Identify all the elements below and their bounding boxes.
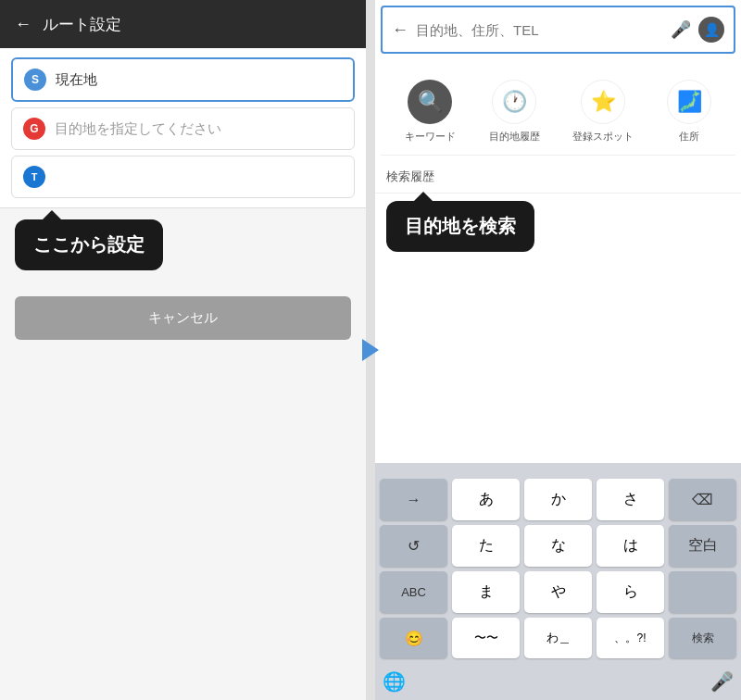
key-ha[interactable]: は [597, 525, 664, 567]
key-sa[interactable]: さ [597, 479, 664, 520]
left-tooltip-wrap: ここから設定 [0, 212, 366, 278]
arrow-right-icon [362, 339, 379, 361]
keyboard-bottom-row: 🌐 🎤 [375, 663, 741, 700]
address-label: 住所 [679, 130, 699, 144]
category-keyword[interactable]: 🔍 キーワード [405, 80, 456, 144]
time-input-row[interactable]: T [11, 156, 355, 198]
key-punct[interactable]: 、。?! [597, 618, 664, 658]
time-icon: T [23, 166, 45, 188]
bottom-mic-icon[interactable]: 🎤 [710, 670, 734, 693]
key-ya[interactable]: や [524, 571, 592, 613]
history-label: 目的地履歴 [489, 130, 540, 144]
keyboard-top-bar [375, 463, 741, 474]
right-panel: ← 🎤 👤 🔍 キーワード 🕐 目的地履歴 [375, 0, 741, 700]
address-icon: 🗾 [667, 80, 711, 124]
start-input-row[interactable]: S 現在地 [11, 57, 355, 102]
mic-icon[interactable]: 🎤 [671, 19, 691, 40]
flow-arrow [357, 339, 384, 361]
search-header[interactable]: ← 🎤 👤 [381, 6, 735, 54]
goal-input-row[interactable]: G 目的地を指定してください [11, 107, 355, 150]
keyboard-row-1: → あ か さ ⌫ [375, 474, 741, 520]
history-icon: 🕐 [492, 80, 536, 124]
keyboard-row-3: ABC ま や ら [375, 567, 741, 613]
key-abc[interactable]: ABC [380, 571, 447, 613]
left-tooltip-bubble: ここから設定 [15, 219, 163, 270]
left-panel: ← ルート設定 S 現在地 G 目的地を指定してください T ここから設定 [0, 0, 366, 700]
main-container: ← ルート設定 S 現在地 G 目的地を指定してください T ここから設定 [0, 0, 741, 700]
key-wave[interactable]: 〜〜 [452, 618, 520, 658]
key-wa[interactable]: わ＿ [524, 618, 592, 658]
search-categories: 🔍 キーワード 🕐 目的地履歴 ⭐ 登録スポット [375, 59, 741, 161]
key-ta[interactable]: た [452, 525, 520, 567]
category-address[interactable]: 🗾 住所 [667, 80, 711, 144]
saved-icon: ⭐ [581, 80, 625, 124]
key-ra[interactable]: ら [597, 571, 664, 613]
saved-label: 登録スポット [572, 130, 634, 144]
key-ma[interactable]: ま [452, 571, 520, 613]
right-tooltip-wrap: 目的地を検索 [375, 194, 741, 259]
search-history-section: 検索履歴 [375, 161, 741, 194]
account-icon[interactable]: 👤 [698, 17, 724, 43]
keyboard-row-4: 😊 〜〜 わ＿ 、。?! 検索 [375, 613, 741, 663]
start-input-value: 現在地 [56, 71, 97, 89]
key-search-side [669, 571, 736, 613]
right-tooltip-bubble: 目的地を検索 [386, 201, 534, 252]
keyboard-row-2: ↺ た な は 空白 [375, 520, 741, 567]
keyword-icon: 🔍 [408, 80, 452, 124]
left-empty-area [0, 358, 366, 700]
keyboard: → あ か さ ⌫ ↺ た な は 空白 ABC ま や ら [375, 463, 741, 700]
left-back-button[interactable]: ← [15, 15, 31, 34]
goal-input-placeholder: 目的地を指定してください [55, 120, 221, 138]
key-ka[interactable]: か [524, 479, 592, 520]
right-back-button[interactable]: ← [392, 20, 408, 40]
category-history[interactable]: 🕐 目的地履歴 [489, 80, 540, 144]
key-arrow-right[interactable]: → [380, 479, 447, 520]
globe-icon[interactable]: 🌐 [383, 670, 406, 693]
left-page-title: ルート設定 [43, 14, 121, 35]
category-saved[interactable]: ⭐ 登録スポット [572, 80, 634, 144]
key-na[interactable]: な [524, 525, 592, 567]
keyword-label: キーワード [405, 130, 456, 144]
cancel-button[interactable]: キャンセル [15, 296, 351, 340]
categories-row: 🔍 キーワード 🕐 目的地履歴 ⭐ 登録スポット [381, 69, 735, 156]
key-backspace[interactable]: ⌫ [669, 479, 736, 520]
goal-icon: G [23, 118, 45, 140]
start-icon: S [24, 69, 46, 91]
key-undo[interactable]: ↺ [380, 525, 447, 567]
route-inputs-container: S 現在地 G 目的地を指定してください T [0, 48, 366, 208]
search-input[interactable] [416, 22, 663, 38]
key-space[interactable]: 空白 [669, 525, 736, 567]
left-header: ← ルート設定 [0, 0, 366, 48]
key-search[interactable]: 検索 [669, 618, 736, 658]
key-a[interactable]: あ [452, 479, 520, 520]
key-emoji[interactable]: 😊 [380, 618, 447, 658]
